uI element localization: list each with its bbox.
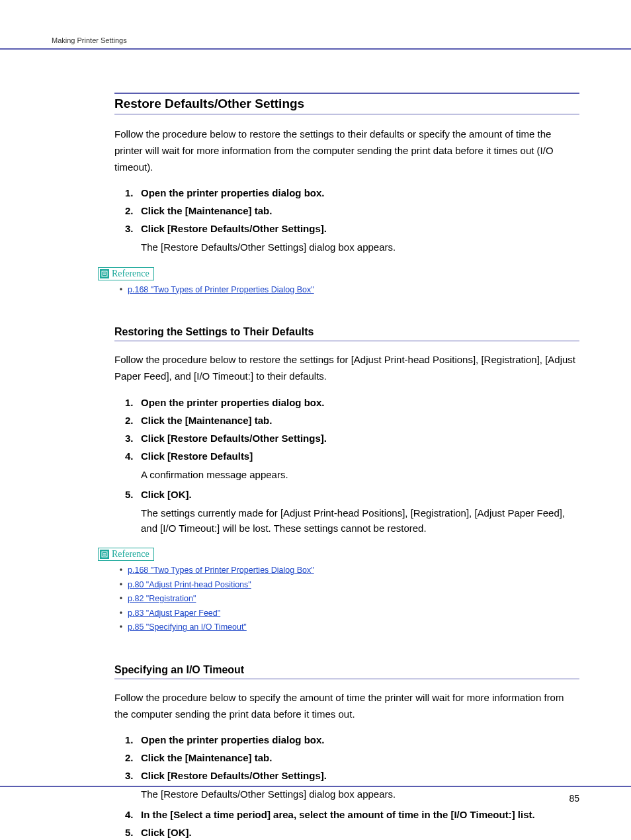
- reference-item: •p.168 "Two Types of Printer Properties …: [114, 565, 579, 577]
- intro-text: Follow the procedure below to restore th…: [114, 352, 579, 385]
- step-note: The [Restore Defaults/Other Settings] di…: [141, 239, 579, 255]
- bullet-icon: •: [114, 622, 128, 634]
- step-number: 3.: [125, 433, 141, 444]
- title-underline: [114, 114, 579, 114]
- footer-rule: [0, 786, 631, 787]
- step-title: Click [OK].: [141, 489, 579, 500]
- step-list: 1. Open the printer properties dialog bo…: [125, 734, 579, 840]
- step-title: Click [Restore Defaults/Other Settings].: [141, 433, 579, 444]
- reference-link[interactable]: p.168 "Two Types of Printer Properties D…: [128, 284, 314, 296]
- reference-tag: Reference: [98, 548, 154, 561]
- step-title: In the [Select a time period] area, sele…: [141, 809, 579, 820]
- bullet-icon: •: [114, 579, 128, 591]
- step-item: 1. Open the printer properties dialog bo…: [125, 187, 579, 198]
- step-number: 2.: [125, 415, 141, 426]
- step-item: 3. Click [Restore Defaults/Other Setting…: [125, 223, 579, 255]
- step-item: 4. In the [Select a time period] area, s…: [125, 809, 579, 820]
- reference-item: • p.168 "Two Types of Printer Properties…: [114, 284, 579, 296]
- step-item: 4. Click [Restore Defaults] A confirmati…: [125, 450, 579, 482]
- bullet-icon: •: [114, 565, 128, 577]
- step-title: Click [Restore Defaults/Other Settings].: [141, 223, 579, 234]
- step-item: 2. Click the [Maintenance] tab.: [125, 205, 579, 216]
- reference-link[interactable]: p.83 "Adjust Paper Feed": [128, 608, 220, 620]
- step-title: Click [OK].: [141, 827, 579, 838]
- reference-link[interactable]: p.168 "Two Types of Printer Properties D…: [128, 565, 314, 577]
- step-item: 5. Click [OK]. The settings currently ma…: [125, 489, 579, 536]
- step-item: 5. Click [OK]. Even if you change the [I…: [125, 827, 579, 841]
- step-note: The settings currently made for [Adjust …: [141, 505, 579, 536]
- step-number: 2.: [125, 205, 141, 216]
- step-number: 4.: [125, 450, 141, 482]
- section-restoring-settings: Restoring the Settings to Their Defaults…: [114, 326, 579, 634]
- step-title: Open the printer properties dialog box.: [141, 397, 579, 408]
- step-title: Open the printer properties dialog box.: [141, 734, 579, 745]
- intro-text: Follow the procedure below to restore th…: [114, 126, 579, 175]
- bullet-icon: •: [114, 608, 128, 620]
- breadcrumb: Making Printer Settings: [52, 36, 579, 44]
- reference-link[interactable]: p.85 "Specifying an I/O Timeout": [128, 622, 247, 634]
- section-title: Restore Defaults/Other Settings: [114, 93, 579, 111]
- header-rule: [0, 48, 631, 50]
- reference-item: •p.83 "Adjust Paper Feed": [114, 608, 579, 620]
- reference-link[interactable]: p.82 "Registration": [128, 593, 196, 605]
- step-item: 2. Click the [Maintenance] tab.: [125, 415, 579, 426]
- step-number: 5.: [125, 827, 141, 841]
- step-item: 2. Click the [Maintenance] tab.: [125, 752, 579, 763]
- reference-item: •p.80 "Adjust Print-head Positions": [114, 579, 579, 591]
- reference-item: •p.85 "Specifying an I/O Timeout": [114, 622, 579, 634]
- page-number: 85: [569, 793, 579, 804]
- bullet-icon: •: [114, 593, 128, 605]
- step-number: 1.: [125, 734, 141, 745]
- step-number: 3.: [125, 223, 141, 255]
- reference-icon: [100, 550, 109, 559]
- reference-list: •p.168 "Two Types of Printer Properties …: [114, 565, 579, 634]
- step-number: 1.: [125, 397, 141, 408]
- section-io-timeout: Specifying an I/O Timeout Follow the pro…: [114, 664, 579, 840]
- reference-tag: Reference: [98, 267, 154, 280]
- reference-list: • p.168 "Two Types of Printer Properties…: [114, 284, 579, 296]
- step-number: 2.: [125, 752, 141, 763]
- step-title: Click the [Maintenance] tab.: [141, 752, 579, 763]
- step-title: Click the [Maintenance] tab.: [141, 415, 579, 426]
- reference-label: Reference: [112, 549, 149, 560]
- step-list: 1. Open the printer properties dialog bo…: [125, 187, 579, 255]
- reference-link[interactable]: p.80 "Adjust Print-head Positions": [128, 579, 251, 591]
- step-number: 1.: [125, 187, 141, 198]
- step-item: 1. Open the printer properties dialog bo…: [125, 734, 579, 745]
- bullet-icon: •: [114, 284, 128, 296]
- step-item: 3. Click [Restore Defaults/Other Setting…: [125, 433, 579, 444]
- step-note: A confirmation message appears.: [141, 467, 579, 482]
- step-note: The [Restore Defaults/Other Settings] di…: [141, 786, 579, 802]
- step-title: Open the printer properties dialog box.: [141, 187, 579, 198]
- intro-text: Follow the procedure below to specify th…: [114, 690, 579, 723]
- step-title: Click [Restore Defaults]: [141, 450, 579, 462]
- section-restore-defaults: Restore Defaults/Other Settings Follow t…: [114, 93, 579, 296]
- step-number: 4.: [125, 809, 141, 820]
- step-list: 1. Open the printer properties dialog bo…: [125, 397, 579, 536]
- subsection-title: Restoring the Settings to Their Defaults: [114, 326, 579, 338]
- reference-icon: [100, 269, 109, 278]
- step-item: 1. Open the printer properties dialog bo…: [125, 397, 579, 408]
- step-title: Click [Restore Defaults/Other Settings].: [141, 770, 579, 781]
- reference-label: Reference: [112, 269, 149, 279]
- step-title: Click the [Maintenance] tab.: [141, 205, 579, 216]
- reference-item: •p.82 "Registration": [114, 593, 579, 605]
- title-underline: [114, 679, 579, 679]
- subsection-title: Specifying an I/O Timeout: [114, 664, 579, 676]
- step-number: 5.: [125, 489, 141, 536]
- title-underline: [114, 341, 579, 341]
